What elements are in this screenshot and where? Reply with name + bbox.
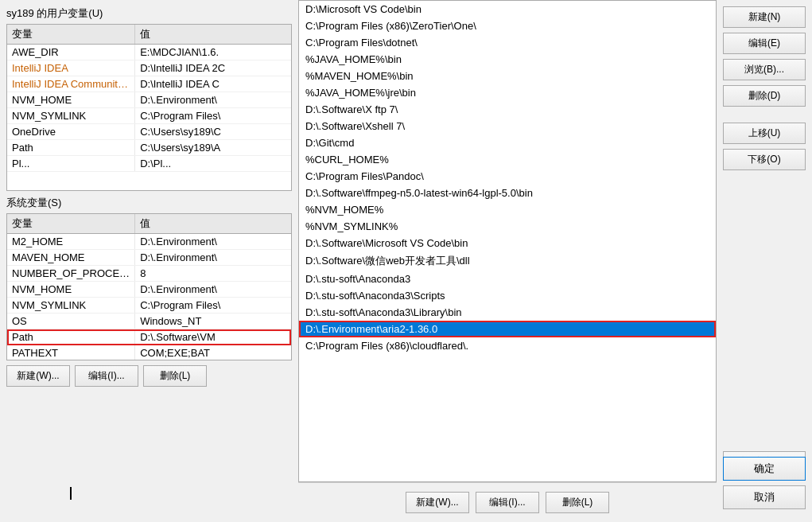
edit-i-button[interactable]: 编辑(I)... [75, 365, 138, 387]
path-list-item[interactable]: D:\.stu-soft\Anaconda3\Library\bin [299, 304, 716, 321]
path-list-items: D:\Microsoft VS Code\binC:\Program Files… [299, 1, 716, 354]
sys-bottom-buttons: 新建(W)... 编辑(I)... 删除(L) [6, 365, 292, 387]
path-list-scroll[interactable]: D:\Microsoft VS Code\binC:\Program Files… [298, 0, 717, 482]
new-n-button[interactable]: 新建(N) [723, 6, 806, 28]
delete-l-path-button[interactable]: 删除(L) [546, 492, 609, 513]
sys-table-row[interactable]: MAVEN_HOMED:\.Environment\ [7, 250, 291, 266]
sys-table-row[interactable]: OSWindows_NT [7, 314, 291, 329]
left-panel: sy189 的用户变量(U) 变量 值 AWE_DIRE:\MDCJIAN\1.… [0, 0, 298, 522]
user-table-row[interactable]: NVM_SYMLINKC:\Program Files\ [7, 108, 291, 124]
sys-table-row[interactable]: M2_HOMED:\.Environment\ [7, 234, 291, 250]
edit-i-path-button[interactable]: 编辑(I)... [476, 492, 539, 513]
sys-table-row[interactable]: PathD:\.Software\VM [7, 329, 291, 345]
user-table-row[interactable]: AWE_DIRE:\MDCJIAN\1.6. [7, 45, 291, 60]
path-list-item[interactable]: %CURL_HOME% [299, 151, 716, 168]
browse-b-button[interactable]: 浏览(B)... [723, 59, 806, 80]
move-down-button[interactable]: 下移(O) [723, 149, 806, 170]
path-list-item[interactable]: D:\.Software\Xshell 7\ [299, 118, 716, 134]
path-list-item[interactable]: %NVM_HOME% [299, 201, 716, 218]
path-list-item[interactable]: D:\Microsoft VS Code\bin [299, 1, 716, 18]
sys-section-title: 系统变量(S) [6, 196, 292, 210]
sys-col-var: 变量 [7, 214, 135, 234]
user-table-row[interactable]: IntelliJ IDEA Community Ed...D:\IntelliJ… [7, 76, 291, 92]
user-col-var: 变量 [7, 25, 135, 45]
confirm-button[interactable]: 确定 [723, 457, 806, 481]
path-list-item[interactable]: D:\.stu-soft\Anaconda3\Scripts [299, 287, 716, 304]
cancel-button[interactable]: 取消 [723, 485, 806, 509]
path-list-item[interactable]: %NVM_SYMLINK% [299, 218, 716, 235]
path-bottom-buttons: 新建(W)... 编辑(I)... 删除(L) [298, 482, 717, 522]
sys-table-row[interactable]: NVM_HOMED:\.Environment\ [7, 282, 291, 298]
path-list-item[interactable]: C:\Program Files (x86)\ZeroTier\One\ [299, 18, 716, 34]
delete-d-button[interactable]: 删除(D) [723, 85, 806, 107]
path-list-item[interactable]: D:\.stu-soft\Anaconda3 [299, 271, 716, 287]
path-list-item[interactable]: %MAVEN_HOME%\bin [299, 68, 716, 84]
user-table-row[interactable]: Pl...D:\Pl... [7, 156, 291, 172]
path-list-item[interactable]: C:\Program Files\Pandoc\ [299, 168, 716, 185]
user-table-row[interactable]: NVM_HOMED:\.Environment\ [7, 92, 291, 108]
path-list-item[interactable]: D:\.Software\X ftp 7\ [299, 101, 716, 118]
delete-l-button[interactable]: 删除(L) [143, 365, 207, 387]
sys-col-val: 值 [135, 214, 291, 234]
path-list-item[interactable]: C:\Program Files (x86)\cloudflared\. [299, 337, 716, 354]
path-list-item[interactable]: D:\Git\cmd [299, 134, 716, 151]
user-section-title: sy189 的用户变量(U) [6, 6, 292, 21]
right-action-buttons: 新建(N) 编辑(E) 浏览(B)... 删除(D) 上移(U) 下移(O) 编… [717, 0, 812, 522]
path-list-item[interactable]: %JAVA_HOME%\jre\bin [299, 84, 716, 101]
path-list-item[interactable]: D:\.Software\ffmpeg-n5.0-latest-win64-lg… [299, 185, 716, 201]
sys-table-row[interactable]: NVM_SYMLINKC:\Program Files\ [7, 298, 291, 314]
new-w-button[interactable]: 新建(W)... [6, 365, 70, 387]
user-table-row[interactable]: OneDriveC:\Users\sy189\C [7, 124, 291, 140]
path-list-container: D:\Microsoft VS Code\binC:\Program Files… [298, 0, 717, 522]
path-list-item[interactable]: D:\.Environment\aria2-1.36.0 [299, 321, 716, 337]
user-variables-table: 变量 值 AWE_DIRE:\MDCJIAN\1.6.IntelliJ IDEA… [6, 24, 292, 191]
path-list-item[interactable]: C:\Program Files\dotnet\ [299, 34, 716, 51]
path-list-item[interactable]: D:\.Software\Microsoft VS Code\bin [299, 235, 716, 251]
path-list-item[interactable]: %JAVA_HOME%\bin [299, 51, 716, 68]
user-table-row[interactable]: PathC:\Users\sy189\A [7, 140, 291, 156]
right-area: D:\Microsoft VS Code\binC:\Program Files… [298, 0, 812, 522]
user-col-val: 值 [135, 25, 291, 45]
move-up-button[interactable]: 上移(U) [723, 123, 806, 144]
edit-e-button[interactable]: 编辑(E) [723, 33, 806, 54]
new-w-path-button[interactable]: 新建(W)... [406, 492, 469, 513]
cursor [70, 487, 72, 500]
sys-table-row[interactable]: NUMBER_OF_PROCESSORS8 [7, 266, 291, 282]
sys-table-row[interactable]: PATHEXTCOM;EXE;BAT [7, 345, 291, 361]
sys-variables-table: 变量 值 M2_HOMED:\.Environment\MAVEN_HOMED:… [6, 213, 292, 360]
user-table-row[interactable]: IntelliJ IDEAD:\IntelliJ IDEA 2C [7, 60, 291, 76]
path-list-item[interactable]: D:\.Software\微信web开发者工具\dll [299, 251, 716, 271]
